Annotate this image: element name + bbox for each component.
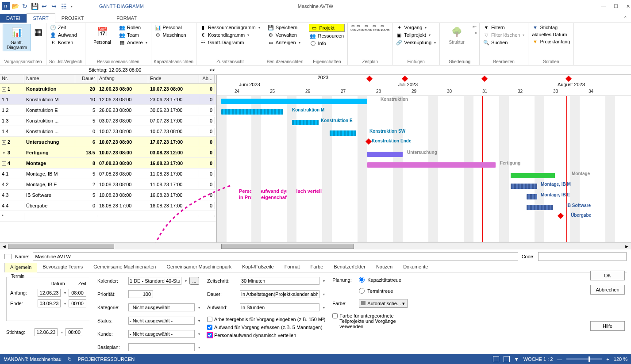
status-select[interactable] [128,317,195,325]
col-name[interactable]: Name [24,75,75,83]
col-nr[interactable]: Nr. [0,75,24,83]
scroll-right-icon[interactable]: ► [624,244,629,249]
progress-100[interactable]: ▭100% [381,24,389,32]
gantt-bar[interactable] [292,120,319,125]
redo-icon[interactable]: ↪ [50,3,58,10]
progress-0[interactable]: ▭0% [350,24,356,32]
refresh-icon[interactable]: ↻ [21,3,28,10]
prop-tab[interactable]: Farbe [305,263,329,272]
chk-arbeitsergebnis[interactable] [207,317,212,322]
radio-kapazitaet[interactable] [359,277,365,283]
tab-start[interactable]: START [27,13,55,23]
zeitschritt-select[interactable] [240,277,319,285]
qat-more-icon[interactable]: ▾ [71,4,73,8]
basisplan-select[interactable] [128,343,195,351]
gantt-diagramm-button[interactable]: 📊 Gantt-Diagramm [3,24,31,51]
cancel-button[interactable]: Abbrechen [590,285,625,295]
verwalten-button[interactable]: ⚙Verwalten [267,31,304,38]
table-row[interactable]: +3Fertigung18.510.07.23 08:0003.08.23 12… [0,147,216,158]
personal-button[interactable]: 📅Personal [88,24,116,46]
gantt-bar[interactable] [527,194,537,199]
open-icon[interactable]: 📂 [12,3,19,10]
name-input[interactable] [33,252,518,261]
h-scrollbar[interactable]: ◄ ► [0,242,631,249]
ribbon-collapse-icon[interactable]: ^ [620,14,631,23]
ressourcen-button[interactable]: 👥Ressourcen [309,32,345,39]
projstart-scroll-button[interactable]: ▼Projektanfang [531,38,571,45]
zoom-slider[interactable] [566,358,602,360]
kosten-diagramm-button[interactable]: €Kostendiagramm▾ [199,31,261,38]
kunde-select[interactable] [128,330,195,338]
suchen-button[interactable]: 🔍Suchen [482,39,525,46]
gantt-chart[interactable]: 2023 Juni 2023Juli 2023August 2023 24252… [217,75,631,242]
gantt-bar[interactable] [527,205,553,210]
today-scroll-button[interactable]: aktuelles Datum [531,31,571,38]
info-button[interactable]: ⓘInfo [309,40,345,47]
code-input[interactable] [538,252,627,261]
table-row[interactable]: 4.4Übergabe016.08.23 17:0016.08.23 17:00… [0,200,216,211]
status-refresh-icon[interactable]: ↻ [68,356,72,362]
kap-maschinen-button[interactable]: ⚙Maschinen [154,31,194,38]
table-row[interactable]: 4.3IB Software510.08.23 08:0016.08.23 17… [0,190,216,200]
ok-button[interactable]: OK [590,271,625,280]
dauer-select[interactable] [240,290,319,298]
teilprojekt-button[interactable]: ▣Teilprojekt▾ [395,31,437,38]
gantt-bar[interactable] [511,184,537,189]
ende-date[interactable] [38,299,61,307]
gantt-bar[interactable] [367,152,403,157]
radio-termin[interactable] [359,288,365,294]
prop-tab[interactable]: Kopf-/Fußzeile [237,263,279,272]
res-diagramm-button[interactable]: ▮Ressourcendiagramm▾ [199,24,261,31]
prop-tab[interactable]: Gemeinsame Machinenarten [88,263,161,272]
prio-input[interactable] [128,290,153,298]
tab-projekt[interactable]: PROJEKT [55,14,90,23]
view-more-button[interactable]: ▦ [33,24,43,40]
prop-tab[interactable]: Benutzerfelder [328,263,371,272]
table-row[interactable]: 1.1Konstruktion M1012.06.23 08:0023.06.2… [0,94,216,105]
aufwand-select[interactable] [240,303,319,311]
stichtag-time[interactable] [65,328,83,336]
config-icon[interactable]: ☷ [60,3,67,10]
speichern-button[interactable]: 💾Speichern [267,24,304,31]
gantt-body[interactable]: Personalaufwand dynamisch verteilenin Pr… [217,96,631,242]
progress-25[interactable]: ▭25% [357,24,364,32]
table-row[interactable]: 4.1Montage, IB M507.08.23 08:0011.08.23 … [0,169,216,179]
prop-tab[interactable]: Allgemein [4,263,37,272]
sb-icon-1[interactable] [493,356,499,362]
close-icon[interactable]: ✕ [626,4,630,9]
kosten-button[interactable]: €Kosten [49,39,82,46]
table-row[interactable]: +2Untersuchung610.07.23 08:0017.07.23 17… [0,137,216,147]
kategorie-select[interactable] [128,303,195,311]
table-row[interactable]: 4.2Montage, IB E210.08.23 08:0011.08.23 … [0,179,216,190]
minimize-icon[interactable]: — [601,4,606,9]
farbe-select[interactable]: Automatische... ▾ [359,299,408,308]
scroll-left-icon[interactable]: ◄ [0,244,8,249]
gantt-bar[interactable] [511,173,555,178]
gantt-bar[interactable] [330,130,356,136]
projekt-props-button[interactable]: ▭Projekt [309,24,345,32]
prop-tab[interactable]: Dokumente [398,263,433,272]
table-row[interactable]: -1Konstruktion2012.06.23 08:0010.07.23 0… [0,84,216,94]
maximize-icon[interactable]: ☐ [614,4,618,9]
anfang-time[interactable] [69,289,86,297]
stichtag-scroll-button[interactable]: ▼Stichtag [531,24,571,31]
progress-75[interactable]: ▭75% [373,24,380,32]
undo-icon[interactable]: ↩ [41,3,48,10]
table-row[interactable]: 1.4Konstruktion ...010.07.23 08:0010.07.… [0,126,216,137]
table-row[interactable]: 1.2Konstruktion E526.06.23 08:0030.06.23… [0,105,216,115]
tab-datei[interactable]: DATEI [0,14,27,23]
gantt-bar[interactable] [221,109,283,115]
progress-50[interactable]: ▭50% [365,24,372,32]
scroll-thumb-left[interactable] [8,244,114,249]
filtern-button[interactable]: ▼Filtern [482,24,525,31]
anzeigen-button[interactable]: ▭Anzeigen▾ [267,39,304,46]
zoom-out-icon[interactable]: — [557,356,562,362]
gantt2-button[interactable]: ☷Gantt-Diagramm [199,39,261,46]
col-ab[interactable]: Ab... [199,75,215,83]
ende-time[interactable] [69,299,86,307]
col-ende[interactable]: Ende [148,75,199,83]
kalender-more-button[interactable]: ... [189,277,199,285]
table-row[interactable]: * [0,211,216,222]
verknuepfung-button[interactable]: 🔗Verknüpfung▾ [395,39,437,46]
help-button[interactable]: Hilfe [590,321,625,331]
